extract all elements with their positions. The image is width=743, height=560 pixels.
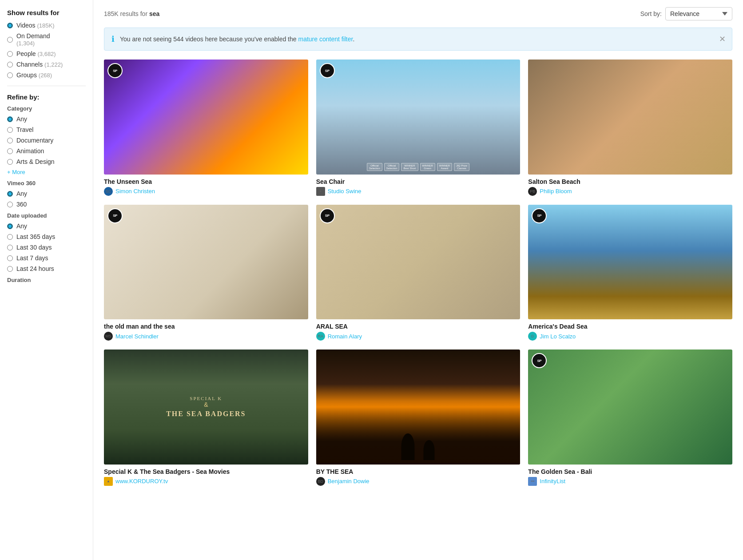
refine-title: Refine by: [7, 93, 86, 101]
sp-badge: SP [320, 208, 335, 223]
author-name[interactable]: Simon Christen [115, 188, 155, 195]
video-author: PB Philip Bloom [528, 187, 732, 196]
video-title: The Golden Sea - Bali [528, 468, 732, 475]
video-card-sea-chair[interactable]: SP OfficialSelection OfficialSelection W… [316, 60, 520, 196]
filter-on-demand-radio[interactable] [7, 37, 13, 43]
cat-any[interactable]: Any [7, 115, 86, 123]
video-card-sea-badgers[interactable]: SPECIAL K & THE SEA BADGERS Special K & … [104, 350, 308, 486]
author-name[interactable]: Romain Alary [328, 333, 362, 340]
sp-badge: SP [532, 208, 547, 223]
video-author: SC Simon Christen [104, 187, 308, 196]
author-name[interactable]: Marcel Schindler [115, 333, 159, 340]
video-title: America's Dead Sea [528, 323, 732, 330]
info-banner: ℹ You are not seeing 544 videos here bec… [104, 28, 732, 51]
author-name[interactable]: Philip Bloom [540, 188, 572, 195]
sort-bar: Sort by: Relevance Upload Date Most Like… [640, 7, 732, 20]
video-card-salton-sea[interactable]: Salton Sea Beach PB Philip Bloom [528, 60, 732, 196]
video-card-unseen-sea[interactable]: SP The Unseen Sea SC Simon Christen [104, 60, 308, 196]
filter-groups[interactable]: Groups (268) [7, 71, 86, 79]
author-avatar: PB [528, 187, 537, 196]
video-card-by-the-sea[interactable]: BY THE SEA BD Benjamin Dowie [316, 350, 520, 486]
filter-videos-radio[interactable] [7, 23, 13, 28]
video-thumbnail: SPECIAL K & THE SEA BADGERS [104, 350, 308, 465]
date-365[interactable]: Last 365 days [7, 233, 86, 240]
filter-on-demand[interactable]: On Demand(1,304) [7, 32, 86, 47]
author-name[interactable]: Benjamin Dowie [328, 478, 370, 485]
sidebar: Show results for Videos (185K) On Demand… [0, 0, 93, 560]
video-title: The Unseen Sea [104, 178, 308, 185]
video-title: Sea Chair [316, 178, 520, 185]
video-card-dead-sea[interactable]: SP America's Dead Sea ⊙ Jim Lo Scalzo [528, 205, 732, 341]
author-avatar: RA [316, 332, 325, 341]
vimeo360-title: Vimeo 360 [7, 180, 86, 187]
date-any[interactable]: Any [7, 222, 86, 230]
sp-badge: SP [107, 208, 123, 223]
vimeo360-filter: Any 360 [7, 190, 86, 208]
filter-channels-radio[interactable] [7, 62, 13, 68]
date-filter: Any Last 365 days Last 30 days Last 7 da… [7, 222, 86, 272]
duration-title: Duration [7, 277, 86, 283]
video-author: ▲ www.KORDUROY.tv [104, 477, 308, 486]
sp-badge: SP [320, 63, 335, 78]
cat-documentary[interactable]: Documentary [7, 137, 86, 144]
cat-arts-design[interactable]: Arts & Design [7, 158, 86, 165]
author-avatar: ≡≡ [528, 477, 537, 486]
video-author: ≡≡ InfinityList [528, 477, 732, 486]
banner-close-button[interactable]: ✕ [719, 35, 726, 43]
video-card-old-man-sea[interactable]: SP the old man and the sea MS Marcel Sch… [104, 205, 308, 341]
author-avatar: BD [316, 477, 325, 486]
video-thumbnail: SP [104, 205, 308, 320]
main-content: 185K results for sea Sort by: Relevance … [93, 0, 743, 560]
refine-section: Refine by: Category Any Travel Documenta… [7, 93, 86, 283]
date-title: Date uploaded [7, 212, 86, 219]
banner-text: You are not seeing 544 videos here becau… [120, 36, 725, 43]
video-author: RA Romain Alary [316, 332, 520, 341]
v360-360[interactable]: 360 [7, 201, 86, 208]
video-author: ≡ Studio Swine [316, 187, 520, 196]
video-thumbnail [528, 60, 732, 175]
video-thumbnail: SP [316, 205, 520, 320]
show-results-title: Show results for [7, 9, 86, 16]
top-bar: 185K results for sea Sort by: Relevance … [104, 7, 732, 20]
cat-travel[interactable]: Travel [7, 126, 86, 133]
video-title: ARAL SEA [316, 323, 520, 330]
filter-channels[interactable]: Channels (1,222) [7, 61, 86, 68]
v360-any[interactable]: Any [7, 190, 86, 197]
author-avatar: MS [104, 332, 113, 341]
category-filter: Any Travel Documentary Animation Arts & … [7, 115, 86, 165]
author-name[interactable]: www.KORDUROY.tv [115, 478, 168, 485]
video-card-golden-sea[interactable]: SP The Golden Sea - Bali ≡≡ InfinityList [528, 350, 732, 486]
author-name[interactable]: Studio Swine [328, 188, 362, 195]
video-grid: SP The Unseen Sea SC Simon Christen SP O… [104, 60, 732, 486]
author-avatar: SC [104, 187, 113, 196]
video-author: ⊙ Jim Lo Scalzo [528, 332, 732, 341]
sort-select[interactable]: Relevance Upload Date Most Liked Most Co… [665, 7, 732, 20]
video-thumbnail: SP [528, 350, 732, 465]
filter-groups-radio[interactable] [7, 72, 13, 78]
author-name[interactable]: InfinityList [540, 478, 565, 485]
filter-videos[interactable]: Videos (185K) [7, 22, 86, 29]
date-30[interactable]: Last 30 days [7, 244, 86, 251]
sidebar-divider [7, 86, 86, 86]
video-thumbnail: SP [528, 205, 732, 320]
author-avatar: ⊙ [528, 332, 537, 341]
more-categories-link[interactable]: + More [7, 169, 86, 175]
video-title: Special K & The Sea Badgers - Sea Movies [104, 468, 308, 475]
filter-people[interactable]: People (3,682) [7, 50, 86, 57]
date-24h[interactable]: Last 24 hours [7, 265, 86, 272]
mature-content-link[interactable]: mature content filter [298, 36, 353, 43]
result-type-filter: Videos (185K) On Demand(1,304) People (3… [7, 22, 86, 79]
sp-badge: SP [107, 63, 123, 78]
filter-people-radio[interactable] [7, 51, 13, 57]
category-title: Category [7, 105, 86, 112]
video-card-aral-sea[interactable]: SP ARAL SEA RA Romain Alary [316, 205, 520, 341]
info-icon: ℹ [111, 34, 115, 44]
author-name[interactable]: Jim Lo Scalzo [540, 333, 576, 340]
date-7[interactable]: Last 7 days [7, 254, 86, 262]
cat-animation[interactable]: Animation [7, 147, 86, 155]
author-avatar: ▲ [104, 477, 113, 486]
author-avatar: ≡ [316, 187, 325, 196]
search-query: sea [149, 10, 159, 17]
award-badges: OfficialSelection OfficialSelection WINN… [316, 163, 520, 171]
video-title: Salton Sea Beach [528, 178, 732, 185]
